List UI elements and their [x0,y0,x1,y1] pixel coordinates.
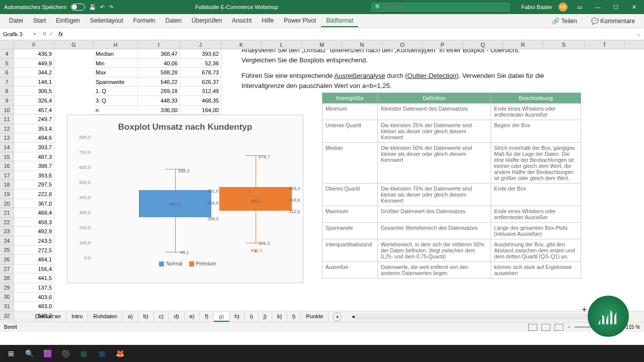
user-avatar[interactable]: FB [558,3,568,12]
sheet-tab[interactable]: Rohdaten [88,312,123,322]
sheet-tab[interactable]: j) [259,312,272,322]
taskbar-search-icon[interactable]: 🔍 [21,346,37,360]
col-header[interactable]: Q [463,40,503,49]
tab-bildformat[interactable]: Bildformat [321,15,358,27]
cell[interactable]: 353,4 [14,124,54,134]
cell[interactable]: Median [94,49,138,59]
cell[interactable]: 393,7 [14,143,54,152]
row-header[interactable]: 18 [0,180,14,190]
row-header[interactable]: 20 [0,199,14,209]
col-header[interactable]: M [302,40,342,49]
cell[interactable]: 367,0 [14,199,54,209]
autosave-toggle[interactable] [71,4,85,11]
col-header[interactable]: I [138,40,180,49]
view-normal-icon[interactable] [528,324,537,331]
fx-label[interactable]: fx [56,31,65,38]
sheet-tab[interactable]: k) [272,312,287,322]
row-header[interactable]: 5 [0,59,14,68]
cell[interactable]: 678,73 [180,68,221,77]
cell[interactable]: 344,2 [14,68,54,77]
cell[interactable]: 137,5 [14,283,54,293]
cell[interactable]: 398,7 [14,161,54,171]
cell[interactable]: 549,7 [14,311,54,321]
row-header[interactable]: 7 [0,77,14,87]
cell[interactable]: 492,9 [14,227,54,236]
col-header[interactable]: G [54,40,94,49]
cell[interactable]: Min [94,59,138,68]
taskbar-obs-icon[interactable]: ⚫ [57,346,73,360]
undo-icon[interactable]: ↶ [100,4,105,11]
cell[interactable]: 393,6 [14,171,54,180]
sheet-tab[interactable]: e) [185,312,200,322]
tab-einfügen[interactable]: Einfügen [51,15,85,27]
share-button[interactable]: 🔗 Teilen [547,16,582,27]
tab-seitenlayout[interactable]: Seitenlayout [85,15,128,27]
row-header[interactable]: 4 [0,49,14,59]
sheet-tab[interactable]: b) [138,312,154,322]
cell[interactable]: 222,8 [14,190,54,199]
row-header[interactable]: 23 [0,227,14,236]
row-header[interactable]: 30 [0,292,14,302]
cell[interactable]: 548,22 [138,77,180,87]
name-box[interactable]: Grafik 3 [0,31,39,37]
select-all-corner[interactable] [0,40,14,49]
sheet-tab[interactable]: Punkte [301,312,329,322]
sheet-tab[interactable]: a) [123,312,138,322]
row-header[interactable]: 11 [0,115,14,124]
cell[interactable]: 148,1 [14,77,54,87]
col-header[interactable]: N [342,40,382,49]
cell[interactable]: 297,5 [14,180,54,190]
cell[interactable]: 269,18 [138,86,180,96]
worksheet-grid[interactable]: FGHIJKLMNOPQRST 456789101112131415161718… [0,40,644,311]
cell[interactable]: 468,4 [14,208,54,218]
sheet-tab[interactable]: i) [245,312,259,322]
row-header[interactable]: 9 [0,96,14,106]
col-header[interactable]: H [94,40,138,49]
taskbar-firefox-icon[interactable]: 🦊 [112,346,128,360]
col-header[interactable]: O [382,40,423,49]
view-pagebreak-icon[interactable] [554,324,564,331]
cell[interactable]: Spannweite [94,77,138,87]
cell[interactable]: 368,47 [138,49,180,59]
cell[interactable]: 3. Q [94,96,138,106]
cell[interactable]: 312,49 [180,86,221,96]
cell[interactable]: 393,62 [180,49,221,59]
cell[interactable]: 441,5 [14,274,54,283]
tab-überprüfen[interactable]: Überprüfen [187,15,227,27]
tab-start[interactable]: Start [28,15,51,27]
cell[interactable]: 468,35 [180,96,221,106]
cell[interactable]: 156,4 [14,264,54,274]
search-box[interactable]: 🔍 [370,2,511,13]
close-icon[interactable]: ✕ [628,1,640,13]
row-header[interactable]: 10 [0,106,14,115]
taskbar-word-icon[interactable]: ▦ [94,346,110,360]
cancel-formula-icon[interactable]: ✕ [42,31,47,37]
sheet-tab[interactable]: c) [154,312,169,322]
row-header[interactable]: 25 [0,245,14,255]
col-header[interactable]: T [585,40,625,49]
cell[interactable]: 449,9 [14,59,54,68]
cell[interactable]: 52,36 [180,59,221,68]
cell[interactable]: 448,33 [138,96,180,106]
cell[interactable]: 306,5 [14,86,54,96]
row-header[interactable]: 27 [0,264,14,274]
tab-datei[interactable]: Datei [4,15,28,27]
cell[interactable]: 458,3 [14,218,54,227]
cell[interactable]: 436,9 [14,49,54,59]
row-header[interactable]: 29 [0,283,14,293]
cell[interactable]: 336,00 [138,106,180,115]
cell[interactable]: 403,6 [14,293,54,302]
row-header[interactable]: 13 [0,133,14,143]
cell[interactable]: 1. Q [94,86,138,96]
row-header[interactable]: 28 [0,274,14,283]
cell[interactable]: 272,5 [14,246,54,255]
horizontal-scrollbar[interactable]: ◂▸ [352,313,614,320]
boxplot-chart[interactable]: Boxplot Umsatz nach Kundentyp [67,115,303,283]
col-header[interactable]: R [503,40,543,49]
col-header[interactable]: P [423,40,463,49]
cell[interactable]: 483,0 [14,302,54,311]
row-header[interactable]: 16 [0,161,14,171]
zoom-out-icon[interactable]: − [568,324,571,330]
row-header[interactable]: 32 [0,311,14,321]
row-header[interactable]: 19 [0,190,14,199]
